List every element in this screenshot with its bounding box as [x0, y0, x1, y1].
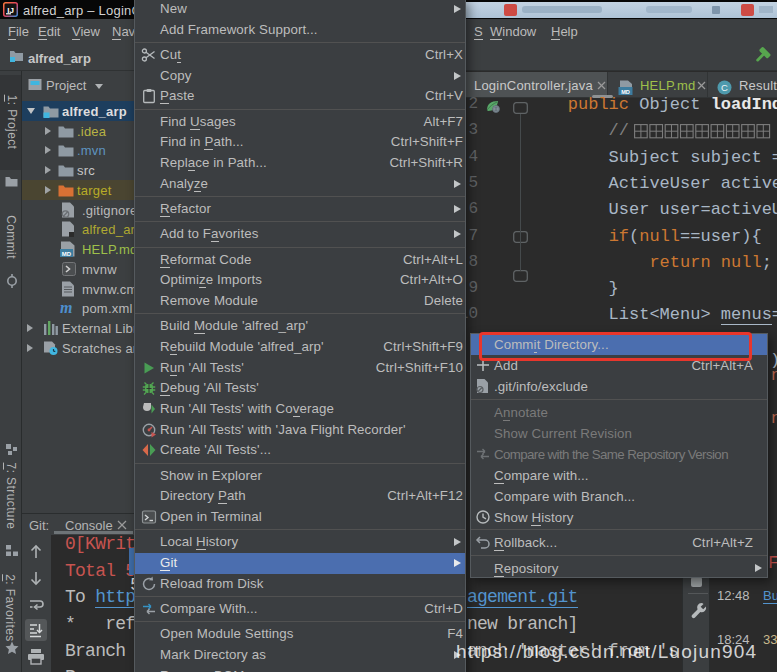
svg-text:C: C: [721, 82, 728, 93]
svg-text:MD: MD: [62, 251, 72, 257]
